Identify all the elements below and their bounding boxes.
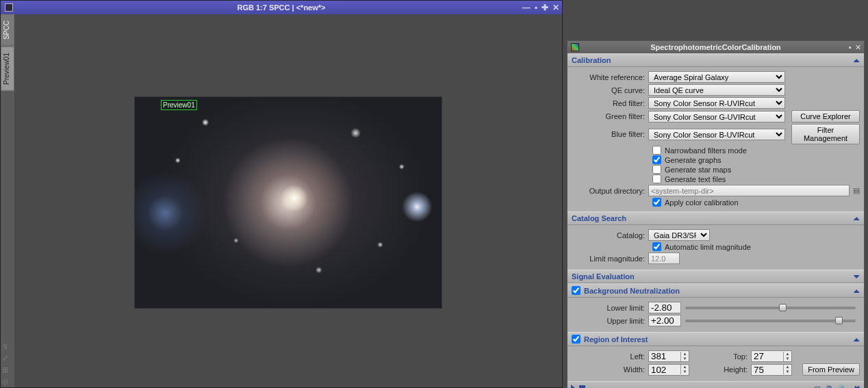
- tab-spcc[interactable]: SPCC: [1, 14, 14, 46]
- process-footer: ◻ 🗎 🔧 ✖: [567, 381, 864, 388]
- roi-checkbox[interactable]: [572, 335, 580, 344]
- preview-marker[interactable]: Preview01: [161, 100, 197, 110]
- catalog-select[interactable]: Gaia DR3/SP: [648, 229, 710, 241]
- reset-icon[interactable]: 🔧: [839, 384, 849, 389]
- roi-top-input[interactable]: ▲▼: [751, 350, 792, 362]
- roi-width-input[interactable]: ▲▼: [648, 364, 689, 376]
- section-bg-neut[interactable]: Background Neutralization ⏶: [567, 283, 864, 298]
- step-down-icon[interactable]: ▼: [681, 370, 689, 374]
- step-up-icon[interactable]: ▲: [784, 352, 791, 357]
- tab-preview01[interactable]: Preview01: [1, 47, 14, 91]
- generate-star-maps-label: Generate star maps: [665, 166, 731, 174]
- image-canvas[interactable]: Preview01: [14, 14, 562, 374]
- step-down-icon[interactable]: ▼: [681, 357, 689, 361]
- white-reference-select[interactable]: Average Spiral Galaxy: [648, 71, 785, 83]
- process-title: SpectrophotometricColorCalibration: [650, 43, 781, 51]
- generate-graphs-label: Generate graphs: [665, 156, 722, 164]
- auto-limit-mag-label: Automatic limit magnitude: [665, 243, 751, 251]
- blue-filter-label: Blue filter:: [572, 130, 648, 138]
- roi-body: Left: ▲▼ Top: ▲▼ Width: ▲▼ Height: ▲▼ Fr…: [567, 346, 864, 381]
- roi-height-label: Height:: [689, 365, 751, 374]
- bg-neut-body: Lower limit: Upper limit:: [567, 298, 864, 332]
- collapse-icon[interactable]: ⏶: [853, 214, 860, 222]
- process-titlebar[interactable]: SpectrophotometricColorCalibration ▪ ✕: [567, 41, 864, 53]
- roi-left-label: Left:: [572, 352, 648, 361]
- apply-icon[interactable]: [571, 384, 575, 389]
- from-preview-button[interactable]: From Preview: [802, 363, 860, 376]
- generate-graphs-checkbox[interactable]: [652, 155, 661, 164]
- maximize-icon[interactable]: ✚: [541, 3, 548, 12]
- curve-explorer-button[interactable]: Curve Explorer: [791, 110, 860, 122]
- close-icon[interactable]: ✕: [552, 3, 559, 12]
- section-calibration[interactable]: Calibration ⏶: [567, 53, 864, 67]
- section-catalog-label: Catalog Search: [572, 214, 626, 222]
- tool-icon-1[interactable]: ↯: [2, 342, 13, 351]
- roi-top-label: Top:: [689, 352, 751, 361]
- red-filter-label: Red filter:: [572, 99, 648, 107]
- cancel-icon[interactable]: ✖: [854, 384, 860, 389]
- window-icon: [5, 3, 13, 12]
- step-up-icon[interactable]: ▲: [784, 365, 791, 370]
- blue-filter-select[interactable]: Sony Color Sensor B-UVIRcut: [648, 129, 785, 140]
- close-icon[interactable]: ✕: [855, 43, 861, 52]
- calibration-body: White reference: Average Spiral Galaxy Q…: [567, 67, 864, 211]
- apply-calibration-label: Apply color calibration: [665, 198, 739, 207]
- limit-mag-input: [648, 253, 680, 264]
- catalog-body: Catalog: Gaia DR3/SP Automatic limit mag…: [567, 225, 864, 270]
- upper-limit-slider[interactable]: [685, 320, 856, 322]
- tool-icon-3[interactable]: ⊞: [2, 365, 13, 374]
- narrowband-checkbox[interactable]: [652, 146, 661, 155]
- section-signal-eval-label: Signal Evaluation: [572, 272, 635, 281]
- filter-management-button[interactable]: Filter Management: [791, 124, 860, 144]
- bg-neut-checkbox[interactable]: [572, 286, 580, 295]
- step-down-icon[interactable]: ▼: [784, 370, 791, 374]
- lower-limit-input[interactable]: [648, 302, 681, 313]
- step-up-icon[interactable]: ▲: [681, 352, 689, 357]
- browse-folder-icon[interactable]: ▤: [853, 186, 860, 195]
- upper-limit-label: Upper limit:: [572, 317, 648, 325]
- image-title: RGB 1:7 SPCC | <*new*>: [237, 3, 325, 12]
- lower-limit-label: Lower limit:: [572, 304, 648, 312]
- roi-left-input[interactable]: ▲▼: [648, 350, 689, 362]
- minimize-icon[interactable]: —: [522, 3, 531, 12]
- apply-calibration-checkbox[interactable]: [652, 198, 661, 207]
- upper-limit-input[interactable]: [648, 315, 681, 326]
- catalog-label: Catalog:: [572, 231, 648, 240]
- step-down-icon[interactable]: ▼: [784, 357, 791, 361]
- expand-icon[interactable]: ⏷: [853, 272, 860, 281]
- section-signal-eval[interactable]: Signal Evaluation ⏷: [567, 270, 864, 283]
- section-roi-label: Region of Interest: [584, 335, 648, 344]
- nebula-image: Preview01: [134, 96, 442, 309]
- green-filter-label: Green filter:: [572, 112, 648, 120]
- qe-curve-select[interactable]: Ideal QE curve: [648, 84, 785, 96]
- generate-text-files-checkbox[interactable]: [652, 174, 661, 183]
- apply-global-icon[interactable]: [579, 384, 585, 389]
- section-calibration-label: Calibration: [572, 56, 611, 64]
- image-titlebar[interactable]: RGB 1:7 SPCC | <*new*> — ▪ ✚ ✕: [1, 1, 562, 14]
- section-catalog[interactable]: Catalog Search ⏶: [567, 211, 864, 225]
- image-window: RGB 1:7 SPCC | <*new*> — ▪ ✚ ✕ SPCC Prev…: [0, 0, 563, 388]
- collapse-icon[interactable]: ⏶: [853, 56, 860, 64]
- section-bg-neut-label: Background Neutralization: [584, 287, 680, 295]
- spcc-process-window: SpectrophotometricColorCalibration ▪ ✕ C…: [567, 40, 865, 388]
- shade-icon[interactable]: ▪: [535, 3, 537, 12]
- shade-icon[interactable]: ▪: [849, 43, 852, 52]
- red-filter-select[interactable]: Sony Color Sensor R-UVIRcut: [648, 97, 785, 109]
- collapse-icon[interactable]: ⏶: [853, 335, 860, 344]
- auto-limit-mag-checkbox[interactable]: [652, 242, 661, 251]
- doc-icon[interactable]: 🗎: [826, 384, 834, 389]
- step-up-icon[interactable]: ▲: [681, 365, 689, 370]
- tool-icon-4[interactable]: ◎: [2, 377, 13, 386]
- roi-height-input[interactable]: ▲▼: [751, 364, 792, 376]
- section-roi[interactable]: Region of Interest ⏶: [567, 332, 864, 346]
- generate-star-maps-checkbox[interactable]: [652, 165, 661, 174]
- output-dir-input[interactable]: [648, 185, 850, 196]
- lower-limit-slider[interactable]: [685, 307, 856, 309]
- preview-tabs: SPCC Preview01: [1, 14, 14, 387]
- collapse-icon[interactable]: ⏶: [853, 287, 860, 295]
- tool-icon-2[interactable]: ⤢: [2, 354, 13, 363]
- white-reference-label: White reference:: [572, 73, 648, 81]
- green-filter-select[interactable]: Sony Color Sensor G-UVIRcut: [648, 111, 785, 122]
- new-instance-icon[interactable]: ◻: [814, 384, 821, 389]
- narrowband-label: Narrowband filters mode: [665, 146, 747, 155]
